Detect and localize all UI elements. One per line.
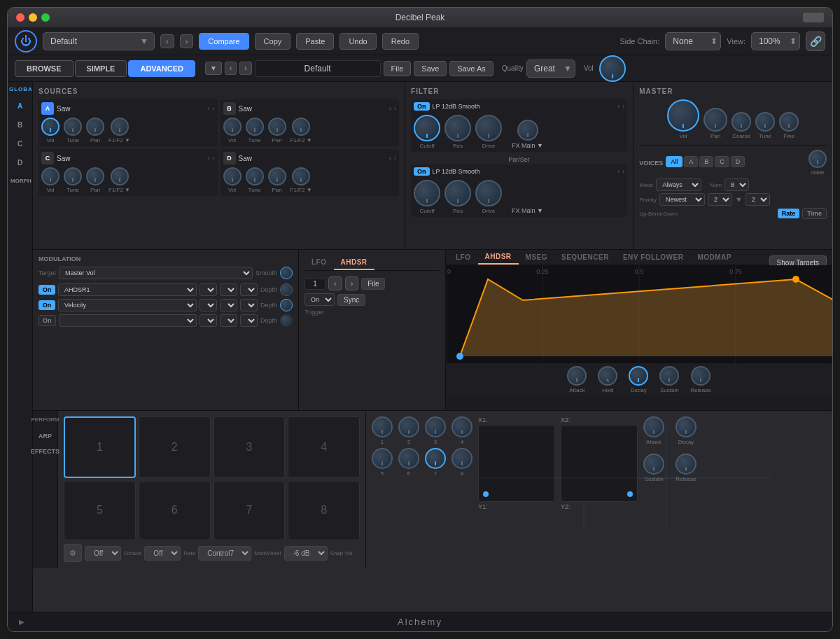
filter-fx-main-2[interactable]: FX Main ▼ bbox=[512, 207, 543, 214]
tab-lfo[interactable]: LFO bbox=[304, 255, 334, 270]
source-a-f1f2-knob[interactable] bbox=[111, 118, 129, 136]
decay-knob[interactable] bbox=[629, 366, 648, 386]
source-a-badge[interactable]: A bbox=[41, 102, 54, 115]
master-pan-knob[interactable] bbox=[704, 108, 727, 132]
voices-glide-knob[interactable] bbox=[808, 150, 827, 168]
macro-7-knob[interactable] bbox=[425, 448, 446, 469]
pad-8[interactable]: 8 bbox=[288, 481, 360, 541]
pad-6[interactable]: 6 bbox=[139, 481, 211, 541]
source-b-badge[interactable]: B bbox=[223, 102, 236, 115]
advanced-tab[interactable]: ADVANCED bbox=[128, 60, 195, 77]
master-fine-knob[interactable] bbox=[779, 112, 799, 132]
source-a-prev[interactable]: ‹ bbox=[208, 105, 210, 112]
filter-2-cutoff-knob[interactable] bbox=[414, 180, 440, 206]
source-c-prev[interactable]: ‹ bbox=[208, 155, 210, 162]
tab-ahdsr[interactable]: AHDSR bbox=[334, 255, 374, 270]
filter-2-res-knob[interactable] bbox=[444, 180, 471, 206]
save-button[interactable]: Save bbox=[414, 61, 447, 76]
quality-select[interactable]: Great ▼ bbox=[526, 59, 575, 78]
mod-3-minus-select[interactable]: - bbox=[220, 314, 237, 327]
time-button[interactable]: Time bbox=[802, 208, 827, 219]
voices-tab-all[interactable]: All bbox=[666, 156, 682, 167]
pad-3[interactable]: 3 bbox=[214, 416, 286, 478]
source-c-next[interactable]: › bbox=[213, 155, 215, 162]
source-b-next[interactable]: › bbox=[394, 105, 396, 112]
filter-1-prev[interactable]: ‹ bbox=[617, 103, 620, 110]
preset-prev-button[interactable]: ‹ bbox=[160, 34, 174, 48]
pad-4[interactable]: 4 bbox=[288, 416, 360, 478]
copy-button[interactable]: Copy bbox=[255, 33, 291, 50]
source-b-tune-knob[interactable] bbox=[246, 118, 264, 136]
voices-mode-select[interactable]: Always bbox=[656, 178, 701, 191]
source-a-tune-knob[interactable] bbox=[64, 118, 82, 136]
snap-vol-select[interactable]: -6 dB bbox=[284, 546, 328, 561]
lfo-sync-btn[interactable]: Sync bbox=[337, 294, 365, 306]
global-tab[interactable]: GLOBAL bbox=[8, 82, 32, 97]
target-select[interactable]: Master Vol bbox=[59, 267, 253, 279]
simple-tab[interactable]: SIMPLE bbox=[75, 60, 127, 77]
source-a-vol-knob[interactable] bbox=[41, 118, 59, 136]
mod-2-depth-knob[interactable] bbox=[280, 299, 293, 311]
sidebar-item-d[interactable]: D bbox=[8, 153, 32, 172]
right-decay-knob[interactable] bbox=[676, 416, 696, 437]
source-b-pan-knob[interactable] bbox=[268, 118, 286, 136]
mod-3-depth-knob[interactable] bbox=[280, 314, 293, 327]
mod-1-source-select[interactable]: AHDSR1 bbox=[58, 283, 197, 296]
filter-fx-main-1[interactable]: FX Main ▼ bbox=[512, 142, 543, 149]
source-d-vol-knob[interactable] bbox=[223, 167, 241, 185]
source-b-f1f2-knob[interactable] bbox=[292, 118, 310, 136]
redo-button[interactable]: Redo bbox=[382, 33, 419, 50]
filter-1-cutoff-knob[interactable] bbox=[414, 115, 440, 141]
filter-1-next[interactable]: › bbox=[622, 103, 624, 110]
mod-1-on-btn[interactable]: On bbox=[38, 285, 55, 295]
source-a-pan-knob[interactable] bbox=[86, 118, 104, 136]
mod-3-on-btn[interactable]: On bbox=[38, 315, 56, 326]
tab-lfo-main[interactable]: LFO bbox=[449, 251, 478, 264]
sidechain-select[interactable]: None ⬍ bbox=[665, 32, 721, 50]
mod-2-minus-select[interactable]: - bbox=[220, 299, 237, 311]
mod-1-depth-knob[interactable] bbox=[280, 283, 293, 296]
lfo-num[interactable]: 1 bbox=[304, 278, 326, 290]
source-d-prev[interactable]: ‹ bbox=[389, 155, 391, 162]
preset-nav-prev[interactable]: ‹ bbox=[225, 62, 237, 75]
rate-select[interactable]: Off bbox=[144, 546, 181, 561]
rate-button[interactable]: Rate bbox=[778, 209, 800, 218]
source-d-badge[interactable]: D bbox=[223, 152, 236, 164]
gear-button[interactable]: ⚙ bbox=[64, 544, 82, 562]
voices-tab-a[interactable]: A bbox=[684, 156, 698, 167]
lfo-on-select[interactable]: On bbox=[304, 293, 335, 306]
tab-ahdsr-main[interactable]: AHDSR bbox=[478, 250, 519, 265]
voices-v1-select[interactable]: 2 bbox=[708, 193, 732, 206]
macro-8-knob[interactable] bbox=[451, 448, 472, 469]
pad-1[interactable]: 1 bbox=[64, 416, 136, 478]
preset-dropdown[interactable]: Default ▼ bbox=[43, 32, 155, 50]
macro-1-knob[interactable] bbox=[372, 416, 393, 437]
close-button[interactable] bbox=[16, 13, 24, 22]
macro-4-knob[interactable] bbox=[451, 416, 472, 437]
source-d-f1f2-knob[interactable] bbox=[292, 167, 310, 185]
vol-knob[interactable] bbox=[599, 55, 626, 82]
mod-3-e-select[interactable]: E bbox=[200, 314, 217, 327]
macro-6-knob[interactable] bbox=[398, 448, 419, 469]
tab-sequencer[interactable]: SEQUENCER bbox=[554, 251, 616, 264]
source-b-vol-knob[interactable] bbox=[223, 118, 241, 136]
tab-mseg[interactable]: MSEG bbox=[519, 251, 554, 264]
source-d-tune-knob[interactable] bbox=[246, 167, 264, 185]
tab-modmap[interactable]: MODMAP bbox=[690, 251, 738, 264]
voices-num-select[interactable]: 8 bbox=[724, 178, 749, 191]
mod-3-arrow-select[interactable]: ▼ bbox=[240, 314, 258, 327]
voices-tab-c[interactable]: C bbox=[715, 156, 729, 167]
release-knob[interactable] bbox=[691, 366, 710, 386]
mod-2-e-select[interactable]: E bbox=[200, 299, 217, 311]
right-sustain-knob[interactable] bbox=[643, 454, 664, 475]
effects-label[interactable]: EFFECTS bbox=[29, 444, 61, 459]
filter-1-res-knob[interactable] bbox=[444, 115, 471, 141]
macro-2-knob[interactable] bbox=[398, 416, 419, 437]
lfo-file-btn[interactable]: File bbox=[361, 278, 385, 290]
view-select[interactable]: 100% ⬍ bbox=[751, 32, 800, 50]
file-button[interactable]: File bbox=[384, 61, 412, 76]
lfo-prev-btn[interactable]: ‹ bbox=[328, 276, 342, 290]
source-d-next[interactable]: › bbox=[394, 155, 396, 162]
xy1-pad[interactable] bbox=[478, 425, 555, 502]
mod-2-source-select[interactable]: Velocity bbox=[58, 299, 197, 311]
